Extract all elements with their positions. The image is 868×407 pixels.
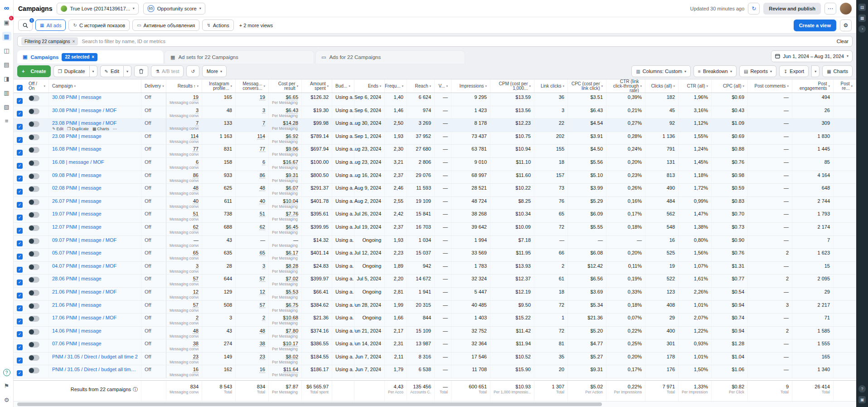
column-header-reach[interactable]: Reach▾ (407, 79, 435, 93)
row-checkbox[interactable] (17, 111, 23, 117)
value-results[interactable]: 114 (190, 133, 199, 139)
column-header-messaging[interactable]: Messag... convers...▾ (236, 79, 269, 93)
value-cost[interactable]: $6.65 (286, 94, 298, 100)
selected-count-badge[interactable]: 22 selected× (62, 53, 97, 61)
value-cost[interactable]: $9.06 (286, 146, 298, 152)
charts-button[interactable]: ▦Charts (822, 65, 853, 77)
campaign-name-link[interactable]: 04.07 PNM | message / MOF (52, 263, 138, 269)
value-messaging[interactable]: 57 (260, 302, 265, 308)
campaign-name-link[interactable]: 23.08 PNM | message / MOF (52, 120, 138, 126)
column-header-toggle[interactable]: Off / On▾ (25, 79, 49, 93)
right-rail-icon-4[interactable]: ? (858, 385, 866, 392)
column-header-post_re[interactable]: Post re...▾ (834, 79, 856, 93)
campaign-toggle[interactable] (29, 329, 39, 335)
value-messaging[interactable]: 3 (262, 263, 265, 269)
campaign-name-link[interactable]: 02.08 PNM | message (52, 185, 138, 191)
campaign-toggle[interactable] (29, 342, 39, 348)
value-cost[interactable]: $10.17 (283, 341, 298, 347)
campaign-toggle[interactable] (29, 108, 39, 114)
right-rail-icon-2[interactable]: ▦ (858, 15, 866, 22)
row-tool-duplicate[interactable]: ❐Duplicate (67, 127, 89, 131)
campaign-name-link[interactable]: 16.08 | message / MOF (52, 159, 138, 165)
edit-dropdown-button[interactable]: ▾ (123, 65, 131, 77)
row-checkbox[interactable] (17, 319, 23, 324)
column-header-spent[interactable]: Amount spent▾ (302, 79, 332, 93)
column-header-ctr_link[interactable]: CTR (link click-through rate)▾ (606, 79, 645, 93)
value-results[interactable]: 48 (193, 185, 199, 191)
campaign-toggle[interactable] (29, 212, 39, 218)
right-rail-icon-5[interactable]: ▣ (858, 396, 866, 403)
campaign-name-link[interactable]: 23.08 PNM | message (52, 133, 138, 139)
value-results[interactable]: 6 (196, 159, 199, 165)
row-tool-edit[interactable]: ✎Edit (52, 127, 63, 131)
row-checkbox[interactable] (17, 358, 23, 363)
help-icon[interactable]: ? (3, 369, 10, 376)
value-cost[interactable]: $10.68 (283, 315, 298, 321)
campaign-name-link[interactable]: 16.08 PNM | message (52, 146, 138, 152)
value-messaging[interactable]: 48 (260, 328, 265, 334)
value-cost[interactable]: $6.07 (286, 185, 298, 191)
value-cost[interactable]: $5.53 (286, 289, 298, 295)
value-cost[interactable]: $8.02 (286, 354, 298, 360)
clear-filters-link[interactable]: Clear (837, 39, 849, 44)
view-settings-button[interactable]: ⚙ (840, 20, 852, 31)
columns-button[interactable]: ▥Columns: Custom▾ (631, 65, 691, 77)
value-messaging[interactable]: 6 (262, 159, 265, 165)
billing-nav-icon[interactable]: ▥ (2, 88, 11, 97)
scrollbar-thumb[interactable] (17, 402, 602, 406)
value-cost[interactable]: $7.02 (286, 276, 298, 282)
more-options-button[interactable]: ⋯ (824, 3, 836, 15)
row-checkbox[interactable] (17, 293, 23, 299)
campaign-name-link[interactable]: 09.08 PNM | message (52, 172, 138, 178)
export-dropdown-button[interactable]: ▾ (811, 65, 820, 77)
events-manager-nav-icon[interactable]: ▧ (2, 102, 11, 111)
campaign-toggle[interactable] (29, 225, 39, 231)
create-button[interactable]: + Create (17, 65, 51, 77)
row-checkbox[interactable] (17, 280, 23, 285)
campaign-toggle[interactable] (29, 134, 39, 140)
row-checkbox[interactable] (17, 137, 23, 143)
value-messaging[interactable]: 86 (260, 172, 265, 178)
row-checkbox[interactable] (17, 215, 23, 221)
value-messaging[interactable]: 57 (260, 276, 265, 282)
column-header-comments[interactable]: Post comments▾ (748, 79, 792, 93)
duplicate-button[interactable]: ❐Duplicate (53, 65, 89, 77)
more-views-link[interactable]: + 2 more views (237, 23, 276, 28)
column-header-cpc_all[interactable]: CPC (all)▾ (712, 79, 748, 93)
date-range-picker[interactable]: Jun 1, 2024 – Aug 31, 2024 ▾ (771, 50, 853, 62)
value-results[interactable]: 16 (193, 367, 199, 373)
campaign-name-link[interactable]: 19.07 PNM | message (52, 211, 138, 217)
right-rail-icon-1[interactable]: ▤ (858, 4, 866, 11)
value-cost[interactable]: — (293, 237, 298, 243)
campaign-name-link[interactable]: 30.08 PNM | message / MOF (52, 108, 138, 113)
row-checkbox[interactable] (17, 150, 23, 156)
campaign-name-link[interactable]: PNM / 31.05 / Direct / budget all time /… (52, 367, 138, 373)
filter-bar[interactable]: Filtering 22 campaigns × Search to filte… (17, 36, 853, 47)
column-header-ctr_all[interactable]: CTR (all)▾ (679, 79, 712, 93)
value-cost[interactable]: $8.28 (286, 263, 298, 269)
campaign-name-link[interactable]: 17.06 PNM | message / MOF (52, 315, 138, 321)
campaign-name-link[interactable]: 28.06 PNM | message (52, 276, 138, 282)
clear-selection-icon[interactable]: × (92, 54, 94, 59)
value-messaging[interactable]: 77 (260, 146, 265, 152)
ads-manager-nav-icon[interactable]: ◫ (2, 46, 11, 55)
row-checkbox[interactable] (17, 176, 23, 181)
reporting-nav-icon[interactable]: ◨ (2, 74, 11, 83)
column-header-link_clicks[interactable]: Link clicks▾ (534, 79, 568, 93)
value-messaging[interactable]: 114 (257, 133, 265, 139)
value-cost[interactable]: $14.28 (283, 120, 298, 126)
column-header-ends[interactable]: Ends▾ (354, 79, 385, 93)
campaign-toggle[interactable] (29, 238, 39, 244)
value-results[interactable]: 2 (196, 315, 199, 321)
value-results[interactable]: 40 (193, 198, 199, 204)
column-header-cpm[interactable]: CPM (cost per 1,000...▾ (490, 79, 534, 93)
filter-chip[interactable]: Filtering 22 campaigns × (21, 37, 78, 45)
row-checkbox[interactable] (17, 124, 23, 130)
value-results[interactable]: 3 (196, 108, 199, 113)
column-header-engagements[interactable]: Post engagements▾ (792, 79, 834, 93)
column-header-budget[interactable]: Bud...▾ (332, 79, 354, 93)
undo-button[interactable]: ↺ (186, 65, 199, 77)
campaign-toggle[interactable] (29, 264, 39, 270)
value-messaging[interactable]: 62 (260, 224, 265, 230)
more-button[interactable]: More▾ (202, 65, 227, 77)
